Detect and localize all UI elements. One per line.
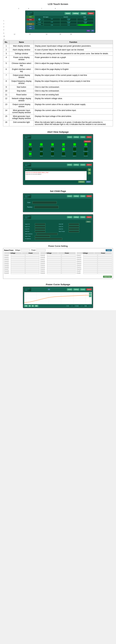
start-button[interactable]: Start bbox=[26, 16, 34, 18]
ad-alarm-btn[interactable]: Alarm bbox=[86, 164, 92, 166]
stg-save-btn[interactable]: Save bbox=[86, 221, 91, 223]
pc-point-voltage[interactable] bbox=[47, 260, 61, 262]
input-uv-input[interactable] bbox=[35, 226, 46, 228]
pc-point-voltage[interactable] bbox=[47, 258, 61, 260]
pc-setting-btn[interactable]: Setting bbox=[73, 288, 79, 290]
pc-point-power[interactable] bbox=[98, 270, 112, 272]
pc-point-power[interactable] bbox=[98, 264, 112, 266]
grid-on-input[interactable] bbox=[69, 228, 79, 230]
pc-point-voltage[interactable] bbox=[83, 254, 97, 256]
pc-point-voltage[interactable] bbox=[11, 256, 25, 258]
stg-curve-btn[interactable]: Curve bbox=[80, 216, 86, 218]
pc-point-voltage[interactable] bbox=[83, 256, 97, 258]
lang-en-btn[interactable]: EN bbox=[91, 30, 94, 32]
start-time-input[interactable] bbox=[35, 236, 50, 237]
max-power-input[interactable] bbox=[69, 230, 79, 232]
av-curve-btn[interactable]: Curve bbox=[80, 136, 86, 138]
pc-point-power[interactable] bbox=[25, 262, 40, 264]
pc-alarm-btn[interactable]: Alarm bbox=[86, 288, 92, 290]
pc-point-voltage[interactable] bbox=[83, 268, 97, 270]
pc-point-power[interactable] bbox=[98, 268, 112, 270]
pc-point-voltage[interactable] bbox=[11, 264, 25, 266]
pc-point-voltage[interactable] bbox=[83, 262, 97, 264]
pc-point-voltage[interactable] bbox=[83, 266, 97, 268]
pc-point-power[interactable] bbox=[98, 272, 112, 274]
pc-point-power[interactable] bbox=[25, 256, 40, 258]
pc-point-power[interactable] bbox=[62, 272, 76, 274]
pc-point-voltage[interactable] bbox=[11, 262, 25, 264]
pc-point-voltage[interactable] bbox=[83, 260, 97, 262]
pc-point-voltage[interactable] bbox=[83, 264, 97, 266]
pc-point-power[interactable] bbox=[98, 262, 112, 264]
pcurve-nav-left2[interactable]: ◀ bbox=[28, 305, 31, 307]
pc-point-power[interactable] bbox=[25, 272, 40, 274]
pc-point-voltage[interactable] bbox=[47, 262, 61, 264]
pc-point-voltage[interactable] bbox=[83, 258, 97, 260]
pc-point-power[interactable] bbox=[25, 258, 40, 260]
pc-point-voltage[interactable] bbox=[11, 260, 25, 262]
sc-alarm-btn[interactable]: Alarm bbox=[86, 195, 92, 197]
sc-home-btn[interactable]: Home bbox=[67, 195, 72, 197]
pc-point-power[interactable] bbox=[62, 258, 76, 260]
stop-button[interactable]: Stop bbox=[26, 18, 34, 21]
alert-down-btn[interactable]: ▼ bbox=[88, 172, 91, 174]
pc-point-voltage[interactable] bbox=[11, 270, 25, 272]
grid-sv-input[interactable] bbox=[35, 230, 46, 232]
pcurve-zoom-in-btn[interactable]: + bbox=[89, 292, 91, 295]
pc-point-power[interactable] bbox=[62, 254, 76, 256]
ams-addr-input[interactable] bbox=[36, 233, 58, 235]
pc-point-power[interactable] bbox=[25, 268, 40, 270]
pc-point-power[interactable] bbox=[62, 270, 76, 272]
pc-point-voltage[interactable] bbox=[47, 270, 61, 272]
pc-point-power[interactable] bbox=[98, 260, 112, 262]
pcurve-nav-right2[interactable]: ▶▶ bbox=[35, 305, 38, 307]
pc-save-btn[interactable]: Save bbox=[106, 249, 112, 251]
alert-back-btn[interactable]: Back bbox=[86, 181, 91, 183]
lcd-setting-btn[interactable]: Setting bbox=[72, 12, 79, 14]
pc-curve-btn[interactable]: Curve bbox=[80, 288, 86, 290]
ad-curve-btn[interactable]: Curve bbox=[80, 164, 86, 166]
pc-point-power[interactable] bbox=[62, 264, 76, 266]
pc-point-power[interactable] bbox=[62, 260, 76, 262]
alert-refresh-btn[interactable]: Refresh bbox=[78, 181, 85, 183]
pcurve-nav-right1[interactable]: ▶ bbox=[31, 305, 34, 307]
grid-uv-stg-input[interactable] bbox=[69, 226, 79, 228]
stg-setting-btn[interactable]: Setting bbox=[73, 216, 79, 218]
grid-off-input[interactable] bbox=[69, 223, 79, 225]
pc-point-power[interactable] bbox=[98, 256, 112, 258]
pc-point-power[interactable] bbox=[98, 266, 112, 268]
pc-point-power[interactable] bbox=[62, 256, 76, 258]
lcd-alarm-btn[interactable]: Alarm bbox=[87, 12, 94, 14]
pc-point-power[interactable] bbox=[62, 266, 76, 268]
pc-point-voltage[interactable] bbox=[47, 264, 61, 266]
rated-power-input[interactable] bbox=[36, 249, 46, 251]
pcurve-zoom-out-btn[interactable]: - bbox=[89, 295, 91, 297]
pc-point-power[interactable] bbox=[62, 268, 76, 270]
pc-point-voltage[interactable] bbox=[47, 256, 61, 258]
av-alarmoff-btn[interactable]: AlarmOff bbox=[84, 140, 91, 142]
pc-point-power[interactable] bbox=[25, 270, 40, 272]
lang-cn-btn[interactable]: 中文 bbox=[86, 30, 90, 32]
ip-addr-input[interactable] bbox=[35, 238, 62, 240]
factory-input[interactable] bbox=[34, 206, 59, 208]
grid-ov-stg-input[interactable] bbox=[35, 228, 46, 230]
pc-point-voltage[interactable] bbox=[47, 268, 61, 270]
pc-point-power[interactable] bbox=[25, 260, 40, 262]
av-alarm-btn[interactable]: Alarm bbox=[86, 136, 92, 138]
pc-point-power[interactable] bbox=[98, 254, 112, 256]
lcd-curve-btn[interactable]: Curve bbox=[80, 12, 87, 14]
pc-start-point-btn[interactable]: Start Point bbox=[103, 276, 112, 278]
pc-point-voltage[interactable] bbox=[11, 254, 25, 256]
alert-up-btn[interactable]: ▲ bbox=[88, 168, 91, 171]
pcurve-nav-left1[interactable]: ◀◀ bbox=[24, 305, 28, 307]
pc-point-voltage[interactable] bbox=[11, 266, 25, 268]
pc-point-power[interactable] bbox=[25, 266, 40, 268]
stg-alarm-btn[interactable]: Alarm bbox=[86, 216, 92, 218]
pc-point-voltage[interactable] bbox=[47, 272, 61, 274]
ad-home-btn[interactable]: Home bbox=[67, 164, 72, 166]
rated-voltage-input[interactable] bbox=[21, 249, 30, 251]
ad-setting-btn[interactable]: Setting bbox=[73, 164, 79, 166]
pc-point-voltage[interactable] bbox=[47, 266, 61, 268]
sc-setting-btn[interactable]: Setting bbox=[73, 195, 79, 197]
pc-point-power[interactable] bbox=[25, 264, 40, 266]
